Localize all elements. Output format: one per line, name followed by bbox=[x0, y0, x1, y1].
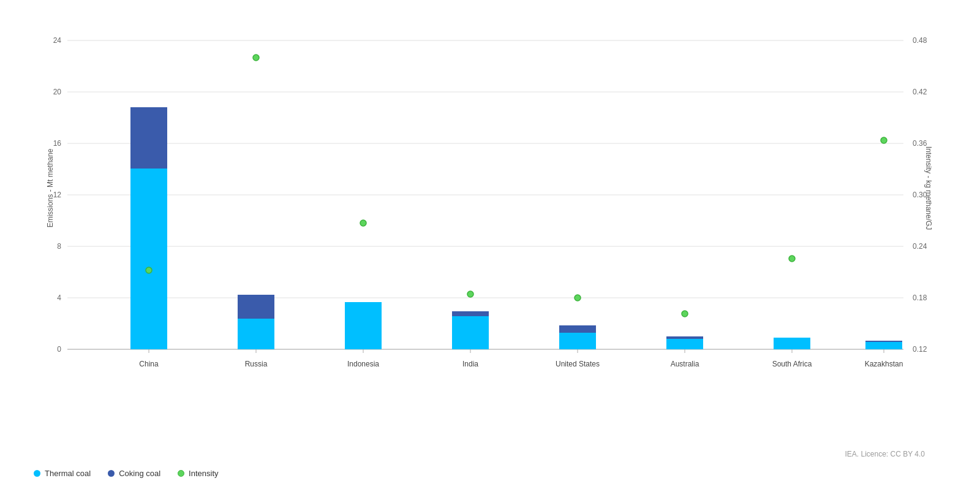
bar-india-coking bbox=[452, 311, 489, 316]
legend-coking-label: Coking coal bbox=[119, 469, 160, 478]
svg-text:4: 4 bbox=[57, 294, 61, 302]
legend-intensity: Intensity bbox=[178, 469, 218, 478]
bar-russia-thermal bbox=[238, 319, 274, 349]
bar-russia-coking bbox=[238, 295, 274, 319]
bar-us-thermal bbox=[559, 333, 596, 349]
chart-legend: Thermal coal Coking coal Intensity bbox=[34, 469, 219, 478]
dot-india-intensity bbox=[467, 291, 473, 297]
legend-thermal-label: Thermal coal bbox=[45, 469, 91, 478]
dot-southafrica-intensity bbox=[789, 256, 795, 262]
bar-us-coking bbox=[559, 325, 596, 333]
svg-text:20: 20 bbox=[53, 88, 62, 96]
svg-text:8: 8 bbox=[57, 242, 61, 251]
legend-thermal-icon bbox=[34, 470, 40, 477]
dot-indonesia-intensity bbox=[360, 220, 366, 226]
bar-india-thermal bbox=[452, 316, 489, 349]
svg-text:24: 24 bbox=[53, 36, 62, 45]
svg-point-25 bbox=[146, 267, 152, 273]
bar-kazakhstan-thermal bbox=[865, 342, 902, 349]
svg-text:0.12: 0.12 bbox=[913, 345, 927, 354]
bar-china-coking2 bbox=[130, 107, 167, 169]
label-russia: Russia bbox=[245, 360, 268, 368]
svg-text:0: 0 bbox=[57, 345, 61, 354]
label-southafrica: South Africa bbox=[772, 360, 812, 368]
chart-container: Emissions - Mt methane Intensity - kg me… bbox=[0, 0, 980, 489]
dot-australia-intensity bbox=[682, 311, 688, 317]
main-chart: 0 0.12 4 0.18 8 0.24 12 0.30 16 0.36 20 … bbox=[34, 18, 940, 398]
svg-text:0.42: 0.42 bbox=[913, 88, 927, 96]
bar-china-thermal2 bbox=[130, 169, 167, 349]
licence-text: IEA. Licence: CC BY 4.0 bbox=[845, 450, 925, 458]
legend-intensity-icon bbox=[178, 470, 184, 477]
bar-kazakhstan-coking bbox=[865, 341, 902, 342]
legend-thermal: Thermal coal bbox=[34, 469, 91, 478]
svg-text:0.48: 0.48 bbox=[913, 36, 927, 45]
svg-text:0.30: 0.30 bbox=[913, 191, 927, 199]
legend-coking-icon bbox=[108, 470, 115, 477]
legend-intensity-label: Intensity bbox=[189, 469, 218, 478]
bar-southafrica-thermal bbox=[774, 338, 810, 349]
svg-text:0.18: 0.18 bbox=[913, 294, 927, 302]
dot-us-intensity bbox=[575, 295, 581, 301]
bar-australia-coking bbox=[666, 336, 703, 339]
label-us: United States bbox=[556, 360, 600, 368]
svg-text:0.24: 0.24 bbox=[913, 242, 927, 251]
label-china: China bbox=[139, 360, 159, 368]
svg-text:16: 16 bbox=[53, 139, 62, 148]
dot-kazakhstan-intensity bbox=[881, 137, 887, 143]
label-australia: Australia bbox=[671, 360, 699, 368]
label-indonesia: Indonesia bbox=[347, 360, 379, 368]
label-india: India bbox=[462, 360, 478, 368]
label-kazakhstan: Kazakhstan bbox=[865, 360, 903, 368]
dot-russia-intensity bbox=[253, 55, 259, 61]
bar-australia-thermal bbox=[666, 339, 703, 349]
svg-text:12: 12 bbox=[53, 191, 62, 199]
legend-coking: Coking coal bbox=[108, 469, 160, 478]
bar-indonesia-thermal bbox=[345, 302, 382, 349]
svg-text:0.36: 0.36 bbox=[913, 139, 927, 148]
